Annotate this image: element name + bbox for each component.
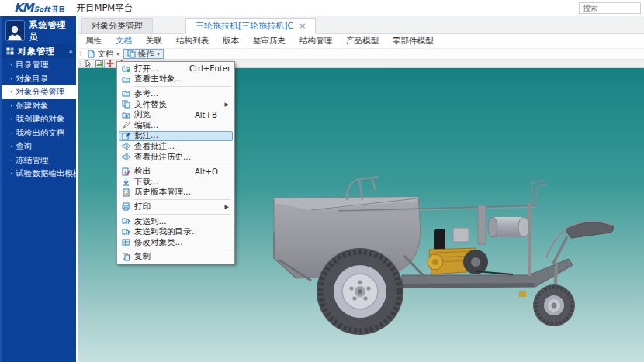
download-icon	[122, 178, 130, 186]
tab-structure-list[interactable]: 结构列表	[169, 36, 216, 47]
annotate-icon	[122, 132, 130, 140]
app-window: KM Soft 开目 开目MPM平台 系统管理员 对象管	[0, 0, 644, 362]
sidebar-item-my-checked-out-docs[interactable]: ·我检出的文档	[0, 126, 76, 140]
menu-item-view-annotation-history[interactable]: 查看批注历史...	[119, 152, 233, 163]
pan-move-icon[interactable]	[106, 60, 116, 68]
menu-item-reference[interactable]: 参考...	[119, 88, 233, 99]
operation-dropdown-menu: 打开... Ctrl+Enter 查看主对象... 参考... 文件替换 ▶ 浏…	[116, 61, 235, 264]
send-icon	[122, 228, 130, 236]
tab-structure-management[interactable]: 结构管理	[293, 36, 339, 47]
dropdown-arrow-icon: ▾	[117, 51, 119, 57]
sidebar-item-my-created-objects[interactable]: ·我创建的对象	[0, 112, 76, 126]
menu-item-modify-object-class[interactable]: 修改对象类...	[119, 237, 233, 248]
logo-cn-text: 开目	[51, 5, 65, 15]
sidebar: 系统管理员 对象管理 ▲ ·目录管理 ·对象目录 ·对象分类管理 ·创建对象 ·…	[0, 16, 76, 362]
tab-versions[interactable]: 版本	[216, 36, 246, 47]
logo-soft-text: Soft	[34, 5, 50, 13]
view-annotations-icon	[122, 142, 130, 150]
tab-relations[interactable]: 关联	[139, 36, 169, 47]
section-label: 对象管理	[18, 46, 55, 57]
sidebar-item-catalog-management[interactable]: ·目录管理	[0, 58, 76, 72]
view-image-icon[interactable]	[95, 60, 105, 68]
tab-approval-history[interactable]: 签审历史	[246, 36, 293, 47]
tab-tricycle-tractor[interactable]: 三轮拖拉机[三轮拖拉机]C ×	[185, 18, 316, 34]
detail-tab-bar: 属性 文档 关联 结构列表 版本 签审历史 结构管理 产品模型 零部件模型	[78, 34, 644, 49]
menu-separator	[134, 86, 231, 87]
document-icon	[87, 50, 95, 58]
sidebar-menu: ·目录管理 ·对象目录 ·对象分类管理 ·创建对象 ·我创建的对象 ·我检出的文…	[0, 58, 76, 181]
menu-item-send-to-my-catalog[interactable]: 发送到我的目录...	[119, 226, 233, 237]
menu-item-open[interactable]: 打开... Ctrl+Enter	[119, 64, 233, 74]
avatar	[5, 20, 25, 41]
km-soft-logo: KM Soft 开目	[14, 1, 65, 15]
folder-icon	[122, 89, 130, 98]
open-icon	[122, 64, 130, 73]
menu-item-copy[interactable]: 复制	[119, 252, 233, 263]
sidebar-item-freeze-management[interactable]: ·冻结管理	[0, 153, 76, 167]
tab-documents[interactable]: 文档	[109, 36, 139, 47]
menu-separator	[134, 214, 231, 215]
submenu-arrow-icon: ▶	[225, 204, 229, 210]
tab-part-model[interactable]: 零部件模型	[386, 36, 441, 47]
file-replace-icon	[122, 100, 130, 109]
platform-title: 开目MPM平台	[76, 2, 133, 14]
printer-icon	[122, 202, 130, 211]
grid-icon	[6, 47, 14, 55]
sidebar-item-object-classification[interactable]: ·对象分类管理	[0, 85, 76, 99]
viewer-toolbar-grip[interactable]: ⁞	[79, 60, 81, 67]
menu-separator	[134, 250, 231, 250]
top-bar: KM Soft 开目 开目MPM平台	[0, 0, 644, 16]
search-input[interactable]	[579, 2, 641, 14]
close-tab-icon[interactable]: ×	[299, 21, 306, 31]
menu-item-check-out[interactable]: 检出 Alt+O	[119, 166, 233, 177]
menu-item-edit[interactable]: 编辑...	[119, 120, 233, 131]
sidebar-item-test-data-template[interactable]: ·试验数据输出模板	[0, 167, 76, 181]
check-out-icon	[122, 167, 130, 176]
operation-icon	[127, 50, 136, 58]
menu-item-view-annotations[interactable]: 查看批注...	[119, 141, 233, 152]
menu-item-history-version[interactable]: 历史版本管理...	[119, 188, 233, 198]
menu-item-send-to[interactable]: 发送到...	[119, 216, 233, 227]
person-icon	[6, 23, 23, 40]
select-cursor-icon[interactable]	[84, 60, 94, 68]
folder-icon	[122, 75, 130, 84]
menu-separator	[134, 164, 231, 164]
sidebar-item-query[interactable]: ·查询	[0, 140, 76, 153]
tab-properties[interactable]: 属性	[78, 36, 109, 47]
user-row: 系统管理员	[0, 16, 76, 44]
sidebar-item-object-catalog[interactable]: ·对象目录	[0, 72, 76, 86]
annotation-history-icon	[122, 153, 130, 161]
pencil-icon	[122, 121, 130, 129]
tab-object-classification[interactable]: 对象分类管理	[81, 18, 153, 33]
menu-item-print[interactable]: 打印 ▶	[119, 202, 233, 212]
user-name: 系统管理员	[29, 19, 73, 43]
tab-product-model[interactable]: 产品模型	[339, 36, 386, 47]
document-tab-bar: 对象分类管理 三轮拖拉机[三轮拖拉机]C ×	[78, 16, 644, 34]
document-toolbar: ⁞ 文档 ▾ 操作 ▾	[78, 49, 644, 59]
submenu-arrow-icon: ▶	[225, 102, 229, 108]
dropdown-arrow-icon: ▾	[158, 51, 160, 57]
menu-item-file-replace[interactable]: 文件替换 ▶	[119, 99, 233, 110]
modify-class-icon	[122, 238, 130, 247]
document-menu-button[interactable]: 文档 ▾	[83, 49, 123, 59]
sidebar-section-object-management[interactable]: 对象管理 ▲	[0, 44, 76, 58]
menu-item-view-main-object[interactable]: 查看主对象...	[119, 74, 233, 85]
copy-icon	[122, 253, 130, 261]
menu-item-annotate[interactable]: 批注...	[119, 131, 233, 142]
collapse-arrow-icon[interactable]: ▲	[69, 48, 73, 54]
logo-km-text: KM	[14, 1, 33, 15]
global-search	[579, 2, 641, 14]
sidebar-item-create-object[interactable]: ·创建对象	[0, 99, 76, 113]
browse-icon	[122, 111, 130, 119]
operation-menu-button[interactable]: 操作 ▾	[123, 49, 164, 59]
toolbar-grip[interactable]: ⁞	[79, 50, 81, 57]
send-icon	[122, 217, 130, 226]
history-version-icon	[122, 188, 130, 197]
menu-separator	[134, 199, 231, 200]
menu-item-browse[interactable]: 浏览 Alt+B	[119, 109, 233, 120]
menu-item-download[interactable]: 下载...	[119, 177, 233, 188]
